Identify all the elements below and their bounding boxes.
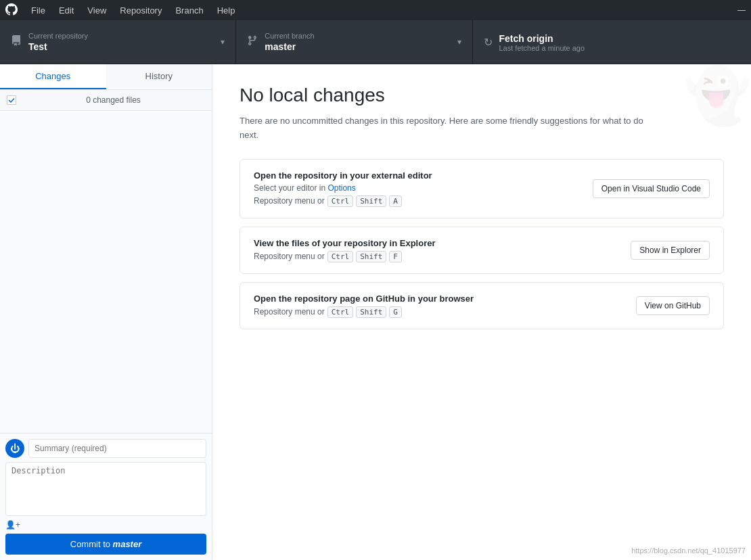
- explorer-card-shortcut: Repository menu or Ctrl Shift F: [254, 251, 617, 262]
- author-icon: 👤+: [5, 520, 20, 530]
- menu-view[interactable]: View: [82, 3, 112, 18]
- view-github-button[interactable]: View on GitHub: [636, 296, 710, 315]
- description-input[interactable]: [5, 462, 206, 516]
- no-changes-title: No local changes: [240, 85, 724, 106]
- sidebar: Changes History 0 changed files ⏻ 👤+: [0, 64, 212, 560]
- ghost-illustration: 👻: [683, 64, 751, 128]
- branch-text: Current branch master: [265, 32, 450, 52]
- repo-name: Test: [28, 41, 214, 52]
- branch-selector[interactable]: Current branch master ▾: [236, 20, 472, 64]
- shortcut-text-2: Repository menu or: [254, 307, 325, 317]
- tab-changes[interactable]: Changes: [0, 64, 106, 89]
- editor-card-shortcut: Repository menu or Ctrl Shift A: [254, 195, 579, 207]
- branch-name: master: [265, 41, 450, 52]
- file-list: [0, 111, 212, 433]
- changed-files-bar: 0 changed files: [0, 90, 212, 111]
- open-editor-button[interactable]: Open in Visual Studio Code: [593, 179, 710, 198]
- fetch-origin-btn[interactable]: ↻ Fetch origin Last fetched a minute ago: [473, 20, 752, 64]
- explorer-card-text: View the files of your repository in Exp…: [254, 238, 617, 262]
- key-shift-2: Shift: [356, 306, 386, 318]
- refresh-icon: ↻: [484, 36, 493, 49]
- app-logo: [5, 3, 18, 18]
- repo-icon: [11, 35, 22, 49]
- commit-button[interactable]: Commit to master: [5, 534, 206, 555]
- key-g: G: [389, 306, 402, 318]
- github-card-text: Open the repository page on GitHub in yo…: [254, 294, 622, 318]
- menu-branch[interactable]: Branch: [170, 3, 208, 18]
- key-ctrl-2: Ctrl: [327, 306, 354, 318]
- fetch-label: Fetch origin: [499, 33, 741, 44]
- menu-bar: File Edit View Repository Branch Help —: [0, 0, 751, 20]
- editor-card: Open the repository in your external edi…: [240, 159, 724, 218]
- branch-chevron-icon: ▾: [457, 37, 461, 47]
- key-shift-1: Shift: [356, 251, 386, 262]
- select-all-checkbox[interactable]: [7, 95, 16, 105]
- tab-history[interactable]: History: [106, 64, 212, 89]
- key-shift-0: Shift: [356, 195, 386, 207]
- show-explorer-button[interactable]: Show in Explorer: [631, 241, 710, 260]
- key-ctrl-0: Ctrl: [327, 195, 354, 207]
- watermark: https://blog.csdn.net/qq_41015977: [631, 546, 746, 555]
- repo-label: Current repository: [28, 32, 214, 40]
- repo-text: Current repository Test: [28, 32, 214, 52]
- editor-card-text: Open the repository in your external edi…: [254, 170, 579, 207]
- key-f: F: [389, 251, 402, 262]
- shortcut-text-0: Repository menu or: [254, 196, 325, 206]
- no-changes-desc: There are no uncommitted changes in this…: [240, 114, 659, 143]
- menu-repository[interactable]: Repository: [114, 3, 167, 18]
- commit-area: ⏻ 👤+ Commit to master: [0, 433, 212, 560]
- explorer-card-title: View the files of your repository in Exp…: [254, 238, 617, 248]
- menu-file[interactable]: File: [26, 3, 51, 18]
- github-card: Open the repository page on GitHub in yo…: [240, 282, 724, 329]
- changed-files-count: 0 changed files: [22, 95, 205, 105]
- menu-help[interactable]: Help: [212, 3, 241, 18]
- summary-row: ⏻: [5, 439, 206, 458]
- toolbar: Current repository Test ▾ Current branch…: [0, 20, 751, 64]
- commit-btn-text: Commit to: [70, 539, 113, 549]
- github-card-title: Open the repository page on GitHub in yo…: [254, 294, 622, 304]
- repo-selector[interactable]: Current repository Test ▾: [0, 20, 236, 64]
- github-card-shortcut: Repository menu or Ctrl Shift G: [254, 306, 622, 318]
- key-ctrl-1: Ctrl: [327, 251, 354, 262]
- explorer-card: View the files of your repository in Exp…: [240, 227, 724, 274]
- branch-icon: [247, 35, 258, 49]
- branch-label: Current branch: [265, 32, 450, 40]
- shortcut-text-1: Repository menu or: [254, 252, 325, 261]
- commit-btn-branch: master: [113, 539, 142, 549]
- editor-card-title: Open the repository in your external edi…: [254, 170, 579, 181]
- summary-input[interactable]: [28, 439, 206, 458]
- repo-chevron-icon: ▾: [221, 37, 225, 47]
- editor-card-sub: Select your editor in Options: [254, 183, 579, 193]
- content-area: Changes History 0 changed files ⏻ 👤+: [0, 64, 751, 560]
- commit-avatar-icon: ⏻: [5, 439, 24, 458]
- tabs: Changes History: [0, 64, 212, 90]
- window-controls[interactable]: —: [737, 5, 746, 15]
- author-row: 👤+: [5, 520, 206, 530]
- options-link[interactable]: Options: [327, 183, 355, 193]
- main-content: No local changes There are no uncommitte…: [212, 64, 751, 560]
- fetch-sub: Last fetched a minute ago: [499, 44, 741, 52]
- menu-edit[interactable]: Edit: [53, 3, 79, 18]
- key-a: A: [389, 195, 402, 207]
- fetch-text: Fetch origin Last fetched a minute ago: [499, 32, 741, 52]
